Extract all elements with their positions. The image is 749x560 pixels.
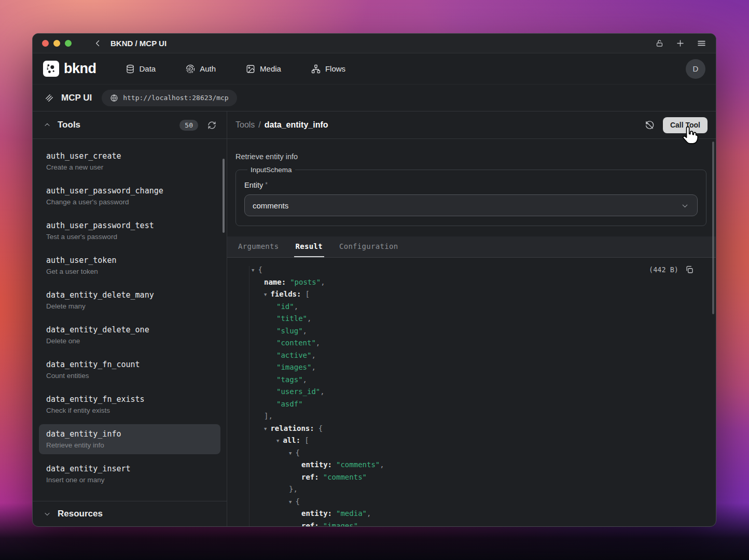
- json-line: "tags",: [252, 374, 698, 386]
- resources-section-header[interactable]: Resources: [33, 501, 227, 526]
- json-string: "active": [276, 351, 311, 359]
- new-tab-button[interactable]: [675, 38, 685, 48]
- menu-button[interactable]: [697, 38, 706, 48]
- image-icon: [246, 64, 255, 74]
- sidebar-item-auth_user_password_change[interactable]: auth_user_password_changeChange a user's…: [39, 181, 220, 211]
- copy-result-button[interactable]: [685, 265, 694, 274]
- json-string: "slug": [276, 327, 303, 335]
- tool-description: Get a user token: [46, 268, 213, 275]
- primary-nav: DataAuthMediaFlows: [126, 64, 346, 74]
- page-title: MCP UI: [61, 93, 92, 103]
- json-key: ref:: [301, 473, 319, 481]
- json-string: "users_id": [276, 387, 320, 396]
- json-line: ],: [252, 410, 698, 423]
- json-string: "id": [276, 302, 294, 311]
- result-viewer: (442 B) ▼{name:"posts",▼fields:["id","ti…: [235, 258, 706, 526]
- tool-description: Change a user's password: [46, 198, 213, 206]
- tool-name: data_entity_fn_count: [46, 360, 213, 369]
- breadcrumb-parent[interactable]: Tools: [235, 120, 255, 130]
- json-string: "media": [336, 509, 367, 517]
- breadcrumb-separator: /: [258, 120, 260, 130]
- main-scrollbar[interactable]: [712, 142, 714, 314]
- json-punct: ,: [303, 327, 307, 335]
- json-string: "posts": [290, 278, 321, 286]
- history-off-button[interactable]: [645, 120, 655, 130]
- tool-description: Delete many: [46, 302, 213, 310]
- nav-item-flows[interactable]: Flows: [311, 64, 345, 74]
- sidebar-item-data_entity_fn_count[interactable]: data_entity_fn_countCount entities: [39, 355, 220, 385]
- tool-name: data_entity_insert: [46, 464, 213, 473]
- chevron-up-icon: [43, 121, 51, 129]
- nav-item-data[interactable]: Data: [126, 64, 156, 74]
- sidebar-item-data_entity_insert[interactable]: data_entity_insertInsert one or many: [39, 459, 220, 489]
- tool-description: Check if entity exists: [46, 407, 213, 414]
- nav-item-label: Data: [140, 64, 156, 73]
- json-line: },: [252, 483, 698, 496]
- nav-item-media[interactable]: Media: [246, 64, 281, 74]
- sidebar-item-auth_user_create[interactable]: auth_user_createCreate a new user: [39, 146, 220, 176]
- json-key: entity:: [301, 509, 332, 517]
- collapse-tools-button[interactable]: [43, 121, 51, 129]
- json-string: "images": [276, 363, 311, 371]
- window-titlebar: BKND / MCP UI: [33, 34, 716, 53]
- json-line: "content",: [252, 337, 698, 349]
- fingerprint-icon: [186, 64, 195, 74]
- json-punct: {: [258, 265, 262, 274]
- tab-result[interactable]: Result: [294, 236, 324, 257]
- refresh-tools-button[interactable]: [207, 121, 216, 130]
- sidebar-item-auth_user_password_test[interactable]: auth_user_password_testTest a user's pas…: [39, 216, 220, 246]
- window-minimize-button[interactable]: [53, 40, 60, 47]
- tools-section-label: Tools: [58, 120, 80, 130]
- tool-description: Count entities: [46, 372, 213, 380]
- window-close-button[interactable]: [42, 40, 49, 47]
- bknd-logo[interactable]: bknd: [43, 61, 96, 77]
- back-button[interactable]: [93, 39, 102, 48]
- sidebar-item-data_entity_fn_exists[interactable]: data_entity_fn_existsCheck if entity exi…: [39, 389, 220, 419]
- nav-item-label: Media: [260, 64, 281, 73]
- lock-button[interactable]: [655, 39, 664, 48]
- chevron-down-icon: [43, 510, 51, 518]
- titlebar-actions: [655, 38, 706, 48]
- json-line: ▼all:[: [252, 435, 698, 447]
- json-punct: [: [305, 290, 309, 298]
- refresh-icon: [207, 121, 216, 130]
- tab-configuration[interactable]: Configuration: [338, 236, 399, 257]
- json-line: "title",: [252, 313, 698, 325]
- call-tool-button[interactable]: Call Tool: [663, 117, 708, 133]
- tree-collapse-icon[interactable]: ▼: [276, 435, 279, 447]
- json-punct: ,: [367, 509, 371, 517]
- globe-icon: [110, 94, 118, 102]
- tree-collapse-icon[interactable]: ▼: [289, 496, 292, 509]
- tree-collapse-icon[interactable]: ▼: [289, 447, 292, 460]
- json-tree: ▼{name:"posts",▼fields:["id","title","sl…: [252, 264, 698, 526]
- tree-collapse-icon[interactable]: ▼: [264, 423, 267, 436]
- json-string: "title": [276, 314, 307, 323]
- sidebar-item-data_entity_delete_many[interactable]: data_entity_delete_manyDelete many: [39, 285, 220, 315]
- json-line: entity:"comments",: [252, 459, 698, 471]
- tab-arguments[interactable]: Arguments: [237, 236, 281, 257]
- input-schema-fieldset: InputSchema Entity* comments: [235, 166, 706, 226]
- tree-collapse-icon[interactable]: ▼: [252, 264, 254, 277]
- sidebar-item-data_entity_delete_one[interactable]: data_entity_delete_oneDelete one: [39, 320, 220, 350]
- json-line: name:"posts",: [252, 276, 698, 289]
- sidebar-scrollbar[interactable]: [223, 159, 225, 233]
- window-title: BKND / MCP UI: [110, 39, 167, 48]
- json-key: name:: [264, 278, 286, 286]
- user-avatar[interactable]: D: [686, 59, 705, 79]
- json-line: "images",: [252, 361, 698, 374]
- json-string: "comments": [323, 473, 367, 481]
- tool-name: auth_user_token: [46, 256, 213, 265]
- window-zoom-button[interactable]: [65, 40, 72, 47]
- tools-section-header[interactable]: Tools 50: [33, 111, 227, 139]
- entity-field-label: Entity*: [244, 181, 698, 189]
- sidebar-item-auth_user_token[interactable]: auth_user_tokenGet a user token: [39, 250, 220, 281]
- sidebar-item-data_entity_info[interactable]: data_entity_infoRetrieve entity info: [39, 424, 220, 454]
- json-line: "id",: [252, 301, 698, 313]
- entity-select[interactable]: comments: [244, 194, 698, 216]
- json-punct: ,: [307, 314, 311, 323]
- nav-item-auth[interactable]: Auth: [186, 64, 216, 74]
- tool-name: data_entity_delete_one: [46, 325, 213, 334]
- json-punct: ,: [303, 375, 307, 384]
- endpoint-url-pill[interactable]: http://localhost:28623/mcp: [102, 90, 237, 106]
- tree-collapse-icon[interactable]: ▼: [264, 289, 267, 301]
